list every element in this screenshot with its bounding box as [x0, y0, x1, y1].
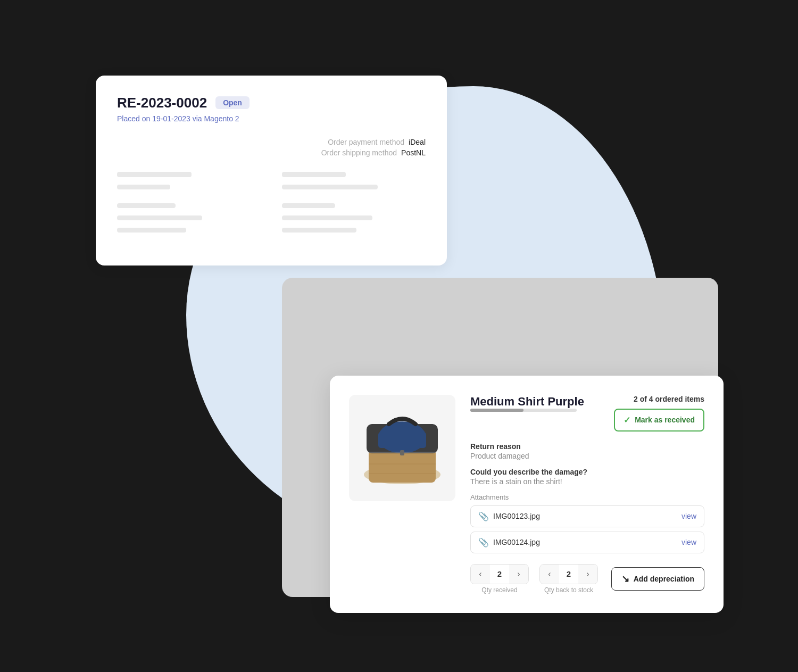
qty-received-value: 2 [490, 565, 509, 584]
skeleton-row-1 [117, 172, 426, 193]
add-depreciation-button[interactable]: ↘ Add depreciation [611, 567, 704, 591]
mark-received-label: Mark as received [635, 416, 695, 424]
return-reason-value: Product damaged [470, 452, 704, 460]
attachment-item-2: 📎 IMG00124.jpg view [470, 532, 704, 553]
return-reason-label: Return reason [470, 442, 704, 451]
product-header-row: Medium Shirt Purple 2 of 4 ordered items… [470, 395, 704, 432]
card-layout: Medium Shirt Purple 2 of 4 ordered items… [349, 395, 704, 594]
mark-received-button[interactable]: ✓ Mark as received [614, 409, 704, 432]
damage-question-label: Could you describe the damage? [470, 468, 704, 476]
product-detail-card: Medium Shirt Purple 2 of 4 ordered items… [330, 376, 724, 613]
items-count: 2 of 4 ordered items [634, 395, 704, 403]
order-shipping-row: Order shipping method PostNL [321, 148, 426, 157]
skeleton-bar [117, 185, 170, 189]
qty-received-increment[interactable]: › [509, 565, 528, 584]
qty-received-control: ‹ 2 › [470, 564, 529, 584]
view-link-2[interactable]: view [681, 538, 696, 546]
svg-rect-4 [378, 432, 426, 448]
attachment-filename-1: IMG00123.jpg [493, 512, 540, 520]
skeleton-bar [282, 185, 378, 189]
attachments-label: Attachments [470, 493, 704, 501]
qty-stock-label: Qty back to stock [544, 586, 593, 594]
damage-question-value: There is a stain on the shirt! [470, 477, 704, 486]
scene: RE-2023-0002 Open Placed on 19-01-2023 v… [80, 44, 718, 629]
product-image [357, 405, 447, 491]
depreciation-icon: ↘ [621, 573, 629, 585]
attachment-left-2: 📎 IMG00124.jpg [478, 537, 540, 547]
product-name-col: Medium Shirt Purple [470, 395, 584, 420]
card-back-header: RE-2023-0002 Open [117, 95, 426, 111]
skeleton-row-2 [117, 203, 426, 236]
qty-received-group: ‹ 2 › Qty received [470, 564, 529, 594]
product-name: Medium Shirt Purple [470, 395, 584, 409]
qty-received-decrement[interactable]: ‹ [471, 565, 490, 584]
qty-stock-group: ‹ 2 › Qty back to stock [539, 564, 598, 594]
skeleton-bar [117, 215, 202, 220]
qty-stock-decrement[interactable]: ‹ [540, 565, 559, 584]
product-right-col: 2 of 4 ordered items ✓ Mark as received [614, 395, 704, 432]
skeleton-col-4 [282, 203, 426, 236]
order-payment-value: iDeal [409, 138, 426, 146]
attachment-item-1: 📎 IMG00123.jpg view [470, 505, 704, 527]
order-card-back: RE-2023-0002 Open Placed on 19-01-2023 v… [96, 76, 447, 266]
progress-bar-fill [470, 409, 523, 412]
qty-stock-control: ‹ 2 › [539, 564, 598, 584]
order-meta: Placed on 19-01-2023 via Magento 2 [117, 114, 426, 123]
order-shipping-value: PostNL [401, 148, 426, 157]
bottom-controls: ‹ 2 › Qty received ‹ 2 › Qty back [470, 564, 704, 594]
attachment-filename-2: IMG00124.jpg [493, 538, 540, 546]
svg-rect-6 [400, 450, 404, 455]
skeleton-col-1 [117, 172, 261, 193]
product-image-container [349, 395, 455, 501]
view-link-1[interactable]: view [681, 512, 696, 520]
progress-bar-container [470, 409, 577, 412]
attachment-icon-2: 📎 [478, 537, 489, 547]
qty-stock-increment[interactable]: › [578, 565, 597, 584]
add-depreciation-label: Add depreciation [634, 575, 694, 583]
skeleton-bar [282, 215, 372, 220]
checkmark-icon: ✓ [624, 415, 630, 425]
skeleton-bar [117, 172, 192, 177]
order-shipping-label: Order shipping method [321, 148, 397, 157]
order-payment-row: Order payment method iDeal [328, 138, 426, 146]
qty-stock-value: 2 [559, 565, 578, 584]
product-info: Medium Shirt Purple 2 of 4 ordered items… [470, 395, 704, 594]
skeleton-bar [117, 228, 186, 233]
qty-received-label: Qty received [481, 586, 517, 594]
skeleton-bar [282, 172, 346, 177]
status-badge: Open [215, 96, 250, 109]
skeleton-bar [282, 228, 356, 233]
order-payment-label: Order payment method [328, 138, 404, 146]
skeleton-col-2 [282, 172, 426, 193]
attachment-left-1: 📎 IMG00123.jpg [478, 511, 540, 521]
order-id: RE-2023-0002 [117, 95, 207, 111]
skeleton-col-3 [117, 203, 261, 236]
skeleton-bar [282, 203, 335, 208]
skeleton-bar [117, 203, 176, 208]
attachment-icon-1: 📎 [478, 511, 489, 521]
